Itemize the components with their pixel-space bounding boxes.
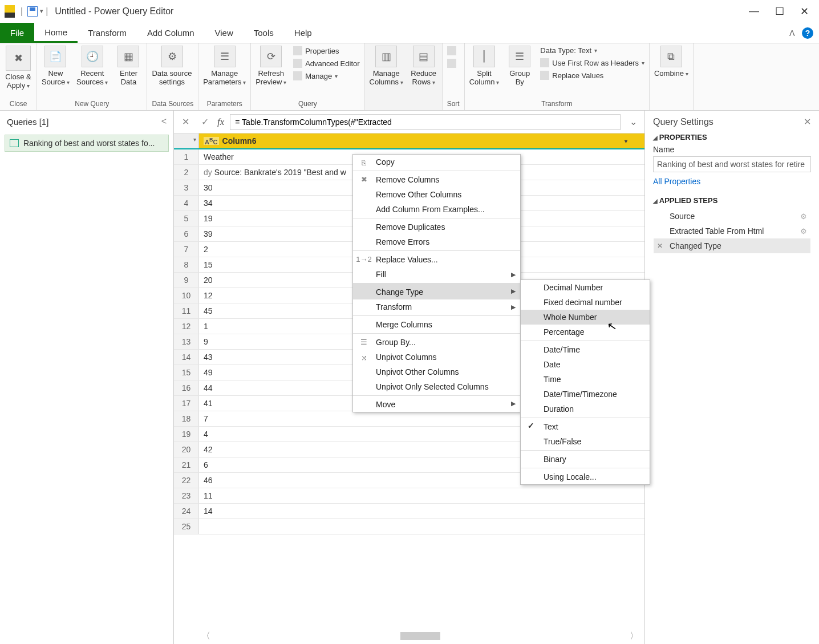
- split-column-button[interactable]: ⎮Split Column: [469, 46, 500, 86]
- gear-icon[interactable]: ⚙: [800, 212, 807, 221]
- all-properties-link[interactable]: All Properties: [653, 177, 700, 186]
- cell[interactable]: [199, 519, 631, 534]
- menu-remove-other-columns[interactable]: Remove Other Columns: [353, 187, 520, 202]
- type-datetimezone[interactable]: Date/Time/Timezone: [521, 387, 650, 402]
- type-using-locale[interactable]: Using Locale...: [521, 468, 650, 484]
- applied-steps-section: APPLIED STEPS: [653, 196, 811, 205]
- tab-view[interactable]: View: [205, 23, 244, 43]
- type-true-false[interactable]: True/False: [521, 434, 650, 449]
- menu-unpivot-other[interactable]: Unpivot Other Columns: [353, 364, 520, 379]
- manage-parameters-button[interactable]: ☰Manage Parameters: [203, 46, 246, 86]
- data-type-button[interactable]: Data Type: Text: [540, 46, 644, 55]
- data-source-settings-button[interactable]: ⚙Data source settings: [152, 46, 192, 86]
- column-header[interactable]: ABC Column6 ▾: [199, 133, 631, 148]
- type-percentage[interactable]: Percentage: [521, 325, 650, 339]
- sort-asc-button[interactable]: [447, 46, 456, 56]
- tab-tools[interactable]: Tools: [244, 23, 284, 43]
- menu-copy[interactable]: ⎘Copy: [353, 155, 520, 169]
- formula-expand-icon[interactable]: ⌄: [626, 116, 640, 127]
- group-close: ✖ Close & Apply Close: [0, 43, 37, 110]
- tab-add-column[interactable]: Add Column: [137, 23, 205, 43]
- menu-change-type[interactable]: Change Type▶: [353, 283, 520, 299]
- menu-merge-columns[interactable]: Merge Columns: [353, 315, 520, 332]
- menu-transform[interactable]: Transform▶: [353, 299, 520, 314]
- recent-sources-button[interactable]: 🕘Recent Sources: [76, 46, 108, 86]
- table-menu-button[interactable]: [174, 133, 199, 148]
- step-extracted[interactable]: Extracted Table From Html⚙: [654, 224, 810, 238]
- manage-button[interactable]: Manage: [293, 71, 359, 81]
- tab-help[interactable]: Help: [284, 23, 322, 43]
- accept-formula-icon[interactable]: ✓: [198, 115, 212, 129]
- menu-unpivot-columns[interactable]: ⤭Unpivot Columns: [353, 350, 520, 364]
- copy-icon: ⎘: [359, 157, 369, 168]
- recent-sources-icon: 🕘: [82, 46, 103, 67]
- first-row-headers-button[interactable]: Use First Row as Headers: [540, 58, 644, 68]
- menu-group-by[interactable]: ☰Group By...: [353, 333, 520, 350]
- qat-dropdown[interactable]: ▾: [40, 7, 43, 15]
- query-item[interactable]: Ranking of best and worst states fo...: [5, 135, 169, 152]
- tab-home[interactable]: Home: [34, 23, 78, 43]
- maximize-button[interactable]: ☐: [775, 5, 784, 18]
- menu-remove-duplicates[interactable]: Remove Duplicates: [353, 218, 520, 234]
- type-duration[interactable]: Duration: [521, 402, 650, 416]
- menu-move[interactable]: Move▶: [353, 395, 520, 412]
- type-whole-number[interactable]: Whole Number: [521, 310, 650, 325]
- separator: |: [21, 6, 23, 17]
- scroll-left-icon[interactable]: 〈: [201, 630, 210, 642]
- properties-button[interactable]: Properties: [293, 46, 359, 56]
- type-datetime[interactable]: Date/Time: [521, 341, 650, 357]
- type-fixed-decimal[interactable]: Fixed decimal number: [521, 295, 650, 310]
- query-name-input[interactable]: [653, 156, 811, 172]
- table-row[interactable]: 25: [174, 519, 644, 534]
- sort-desc-button[interactable]: [447, 58, 456, 68]
- menu-remove-columns[interactable]: ✖Remove Columns: [353, 171, 520, 187]
- refresh-preview-button[interactable]: ⟳Refresh Preview: [256, 46, 286, 86]
- menu-replace-values[interactable]: 1→2Replace Values...: [353, 250, 520, 267]
- new-source-button[interactable]: 📄New Source: [42, 46, 70, 86]
- menu-remove-errors[interactable]: Remove Errors: [353, 234, 520, 249]
- tab-transform[interactable]: Transform: [78, 23, 137, 43]
- menu-add-column-examples[interactable]: Add Column From Examples...: [353, 202, 520, 217]
- help-icon[interactable]: ?: [802, 27, 813, 39]
- menu-unpivot-selected[interactable]: Unpivot Only Selected Columns: [353, 379, 520, 394]
- tab-file[interactable]: File: [0, 23, 34, 43]
- save-icon[interactable]: [27, 6, 38, 17]
- type-time[interactable]: Time: [521, 372, 650, 387]
- menu-fill[interactable]: Fill▶: [353, 267, 520, 282]
- horizontal-scrollbar[interactable]: 〈 〉: [201, 630, 639, 642]
- group-label: Parameters: [203, 99, 246, 109]
- fx-icon[interactable]: fx: [217, 116, 224, 128]
- manage-columns-button[interactable]: ▥Manage Columns: [370, 46, 403, 86]
- reduce-rows-button[interactable]: ▤Reduce Rows: [410, 46, 437, 86]
- minimize-button[interactable]: —: [749, 5, 759, 18]
- type-text[interactable]: Text: [521, 418, 650, 434]
- label: Using Locale...: [544, 472, 597, 481]
- scroll-thumb[interactable]: [400, 632, 440, 640]
- replace-values-button[interactable]: Replace Values: [540, 70, 644, 80]
- type-date[interactable]: Date: [521, 357, 650, 372]
- close-apply-button[interactable]: ✖ Close & Apply: [5, 46, 32, 90]
- group-by-button[interactable]: ☰Group By: [506, 46, 533, 86]
- step-source[interactable]: Source⚙: [654, 209, 810, 224]
- close-button[interactable]: ✕: [800, 5, 809, 18]
- settings-title: Query Settings: [653, 117, 713, 127]
- cancel-formula-icon[interactable]: ✕: [179, 115, 192, 129]
- column-filter-icon[interactable]: ▾: [625, 138, 627, 144]
- enter-data-button[interactable]: ▦Enter Data: [115, 46, 142, 86]
- formula-input[interactable]: [230, 114, 621, 130]
- type-decimal[interactable]: Decimal Number: [521, 280, 650, 295]
- cell[interactable]: 11: [199, 488, 631, 503]
- combine-button[interactable]: ⧉Combine: [654, 46, 688, 78]
- replace-icon: 1→2: [359, 254, 369, 264]
- type-binary[interactable]: Binary: [521, 450, 650, 467]
- table-row[interactable]: 2311: [174, 488, 644, 504]
- scroll-right-icon[interactable]: 〉: [630, 630, 639, 642]
- gear-icon[interactable]: ⚙: [800, 227, 807, 236]
- collapse-ribbon-icon[interactable]: ᐱ: [789, 29, 795, 38]
- close-settings-icon[interactable]: ✕: [804, 116, 811, 127]
- step-changed-type[interactable]: Changed Type: [654, 238, 810, 253]
- collapse-icon[interactable]: <: [161, 116, 167, 127]
- cell[interactable]: 14: [199, 504, 631, 519]
- advanced-editor-button[interactable]: Advanced Editor: [293, 58, 359, 68]
- table-row[interactable]: 2414: [174, 504, 644, 519]
